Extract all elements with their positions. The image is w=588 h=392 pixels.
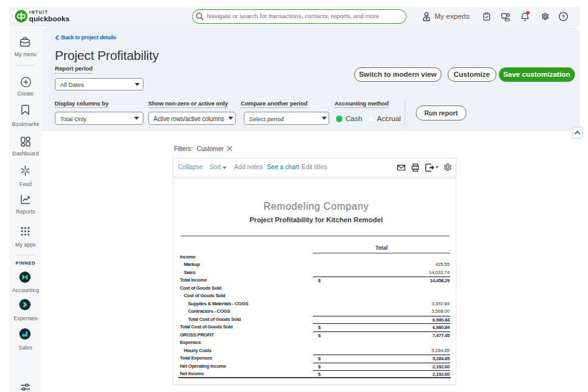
svg-text:?: ?: [562, 14, 566, 20]
